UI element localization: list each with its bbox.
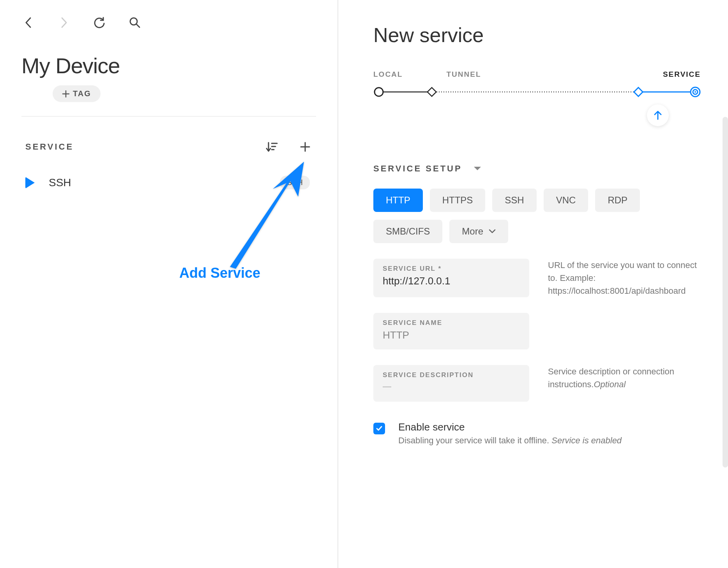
progress-label-local: LOCAL [373, 70, 403, 79]
search-button[interactable] [128, 16, 142, 30]
arrow-up-icon [652, 110, 663, 121]
service-url-input[interactable]: SERVICE URL * http://127.0.0.1 [373, 259, 529, 297]
chevron-right-icon [60, 17, 68, 28]
service-name-input[interactable]: SERVICE NAME HTTP [373, 313, 529, 349]
device-panel: My Device TAG SERVICE SSH SSH [0, 0, 338, 568]
plus-icon [300, 141, 311, 152]
search-icon [129, 16, 141, 29]
plus-icon [62, 90, 70, 98]
forward-button[interactable] [57, 16, 71, 30]
protocol-option-ssh[interactable]: SSH [492, 189, 536, 212]
check-icon [376, 425, 383, 432]
new-service-panel: New service LOCAL TUNNEL SERVICE [338, 0, 728, 568]
svg-rect-15 [634, 88, 643, 97]
page-title: New service [373, 23, 701, 47]
tag-label: TAG [73, 89, 91, 98]
progress-stepper: LOCAL TUNNEL SERVICE [373, 70, 701, 97]
service-url-helper: URL of the service you want to connect t… [548, 259, 701, 297]
service-description-label: SERVICE DESCRIPTION [383, 371, 520, 379]
service-url-value: http://127.0.0.1 [383, 275, 520, 288]
service-description-helper: Service description or connection instru… [548, 365, 701, 402]
protocol-option-vnc[interactable]: VNC [544, 189, 588, 212]
service-description-input[interactable]: SERVICE DESCRIPTION — [373, 365, 529, 402]
chevron-down-icon [473, 166, 482, 171]
protocol-option-smbcifs[interactable]: SMB/CIFS [373, 220, 442, 243]
service-type-badge: SSH [280, 176, 310, 189]
svg-point-13 [375, 88, 383, 96]
sort-icon [265, 141, 278, 153]
protocol-option-rdp[interactable]: RDP [595, 189, 640, 212]
enable-service-row: Enable service Disabling your service wi… [373, 421, 701, 446]
nav-toolbar [21, 16, 316, 30]
service-name-placeholder: HTTP [383, 329, 520, 342]
add-service-button[interactable] [298, 140, 312, 154]
add-tag-button[interactable]: TAG [53, 85, 101, 102]
protocol-more-label: More [462, 226, 483, 237]
protocol-option-https[interactable]: HTTPS [430, 189, 486, 212]
protocol-picker: HTTP HTTPS SSH VNC RDP [373, 189, 701, 212]
service-header-label: SERVICE [25, 142, 74, 152]
svg-point-18 [694, 91, 696, 93]
protocol-more-button[interactable]: More [449, 220, 508, 243]
refresh-button[interactable] [92, 16, 106, 30]
enable-service-title: Enable service [398, 421, 622, 433]
section-header-label: SERVICE SETUP [373, 164, 462, 174]
annotation-label: Add Service [179, 265, 260, 281]
chevron-down-icon [489, 229, 496, 234]
service-setup-header[interactable]: SERVICE SETUP [373, 164, 701, 174]
sort-button[interactable] [265, 140, 279, 154]
chevron-left-icon [24, 17, 33, 28]
back-button[interactable] [21, 16, 35, 30]
service-item-name: SSH [49, 176, 71, 189]
progress-label-tunnel: TUNNEL [446, 70, 481, 79]
enable-service-checkbox[interactable] [373, 423, 385, 434]
enable-service-subtitle: Disabling your service will take it offl… [398, 436, 622, 446]
svg-line-1 [136, 24, 140, 27]
scroll-to-top-button[interactable] [647, 104, 669, 126]
progress-track-icon [373, 86, 701, 97]
device-title: My Device [21, 53, 316, 78]
service-url-label: SERVICE URL * [383, 265, 520, 273]
service-description-placeholder: — [383, 381, 520, 394]
divider [21, 116, 316, 116]
service-list-header: SERVICE [21, 140, 316, 154]
service-name-label: SERVICE NAME [383, 319, 520, 327]
progress-label-service: SERVICE [663, 70, 701, 79]
service-list-item[interactable]: SSH SSH [21, 173, 316, 192]
refresh-icon [93, 16, 106, 29]
svg-rect-14 [428, 88, 436, 97]
scrollbar[interactable] [723, 117, 728, 467]
protocol-option-http[interactable]: HTTP [373, 189, 423, 212]
play-icon [25, 177, 35, 189]
